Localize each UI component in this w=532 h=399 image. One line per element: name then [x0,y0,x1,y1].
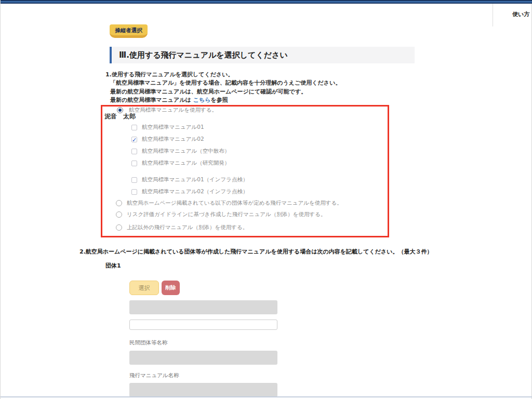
checkbox-infra-inspection-01[interactable] [131,177,137,183]
checkbox-label: 航空局標準マニュアル（研究開発） [142,159,230,167]
radio-use-risk-guideline-manual[interactable] [116,211,122,218]
radio-label: 上記以外の飛行マニュアル（別添）を使用する。 [127,224,248,231]
checkbox-research-development[interactable] [131,161,137,166]
section-header: Ⅲ.使用する飛行マニュアルを選択してください [110,47,415,63]
radio-label: リスク評価ガイドラインに基づき作成した飛行マニュアル（別添）を使用する。 [127,211,326,218]
checkbox-standard-manual-02[interactable] [131,137,137,142]
checkbox-label: 航空局標準マニュアル02 [142,136,204,143]
option-row: リスク評価ガイドラインに基づき作成した飛行マニュアル（別添）を使用する。 [116,211,326,218]
option-row: 航空局標準マニュアル01 [131,124,204,131]
page: 使い方 操縦者選択 Ⅲ.使用する飛行マニュアルを選択してください 1.使用する飛… [0,0,532,399]
radio-label: 航空局ホームページ掲載されている以下の団体等が定める飛行マニュアルを使用する。 [127,200,342,207]
checkbox-label: 航空局標準マニュアル01 [142,124,204,131]
option-row: 航空局標準マニュアル（研究開発） [131,159,230,167]
q1-line4-prefix: 最新の航空局標準マニュアルは [110,97,193,103]
q2-instruction: 2.航空局ホームページに掲載されている団体等が作成した飛行マニュアルを使用する場… [79,248,433,256]
checkbox-infra-inspection-02[interactable] [131,189,137,195]
org-select-button[interactable]: 選択 [129,281,159,295]
organization-1-label: 団体1 [105,262,121,270]
radio-use-org-manual[interactable] [116,200,122,206]
top-navy-bar [1,0,532,4]
org-selected-field-disabled [129,300,277,314]
q1-instruction-line3: 最新の航空局標準マニュアルは、航空局ホームページにて確認が可能です。 [110,88,307,96]
checkbox-aerial-spraying[interactable] [131,149,137,154]
radio-use-other-manual[interactable] [116,224,122,231]
pilot-select-button[interactable]: 操縦者選択 [110,24,148,38]
org-name-field-disabled [129,351,277,365]
page-bottom-border [1,396,532,397]
q1-instruction-line4: 最新の航空局標準マニュアルは こちらを参照 [110,96,228,104]
option-row: 航空局ホームページ掲載されている以下の団体等が定める飛行マニュアルを使用する。 [116,200,342,207]
manual-name-label: 飛行マニュアル名称 [129,372,179,379]
option-row: 航空局標準マニュアル02（インフラ点検） [131,188,248,195]
help-link[interactable]: 使い方 [512,10,529,18]
org-delete-button[interactable]: 削除 [162,281,180,295]
option-row: 上記以外の飛行マニュアル（別添）を使用する。 [116,224,248,231]
q1-instruction-line2: 「航空局標準マニュアル」を使用する場合、記載内容を十分理解のうえご使用ください。 [110,79,341,87]
manual-name-field-disabled [129,383,277,397]
radio-label: 航空局標準マニュアルを使用する。 [129,107,217,114]
checkbox-label: 航空局標準マニュアル01（インフラ点検） [142,176,248,183]
option-row: 航空局標準マニュアル01（インフラ点検） [131,176,248,183]
checkbox-label: 航空局標準マニュアル02（インフラ点検） [142,188,248,195]
option-row: 航空局標準マニュアル02 [131,136,204,143]
org-name-label: 民間団体等名称 [129,339,168,347]
q1-line4-suffix: を参照 [210,97,228,103]
kochira-link[interactable]: こちら [193,97,211,103]
pilot-name-text: 泥音 太郎 [104,112,136,121]
option-row: 航空局標準マニュアル（空中散布） [131,148,230,155]
header-divider [493,4,493,26]
q1-instruction-line1: 1.使用する飛行マニュアルを選択してください。 [105,71,233,78]
org-search-input[interactable] [129,320,277,330]
checkbox-standard-manual-01[interactable] [131,125,137,130]
section-title: Ⅲ.使用する飛行マニュアルを選択してください [119,50,288,60]
checkbox-label: 航空局標準マニュアル（空中散布） [142,148,230,155]
